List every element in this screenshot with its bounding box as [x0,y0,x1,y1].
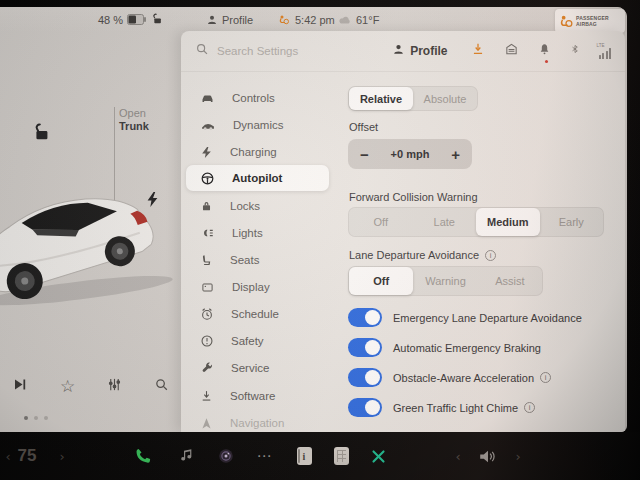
volume-up-button[interactable]: › [512,432,524,480]
car-render [0,159,187,313]
forward-collision-warning-label: Forward Collision Warning [349,191,478,203]
speed-limit-mode-segment: Relative Absolute [348,86,478,111]
option-medium[interactable]: Medium [476,208,540,236]
battery-status: 48 % [98,7,146,32]
offset-label: Offset [349,121,378,133]
car-controls-icon [200,91,215,106]
homelink-button[interactable] [504,42,519,60]
notifications-button[interactable] [538,42,551,60]
sidebar-item-seats[interactable]: Seats [186,247,329,273]
battery-percent: 48 % [98,14,123,26]
person-icon [206,14,218,26]
automatic-emergency-braking-toggle[interactable] [348,338,382,357]
screen: 48 % Profile [0,7,627,432]
outside-temp-label: 61°F [356,14,379,26]
tesla-touchscreen: 48 % Profile [0,0,640,480]
battery-icon [127,14,146,25]
lock-status[interactable] [150,7,163,32]
option-early[interactable]: Early [540,208,604,236]
info-icon[interactable]: i [485,250,496,261]
charge-port-icon[interactable] [146,191,159,212]
steering-wheel-icon [200,171,215,186]
temp-up-button[interactable]: › [56,432,68,480]
sidebar-item-display[interactable]: Display [186,274,329,300]
media-page-dots[interactable] [24,416,48,420]
sidebar-item-dynamics[interactable]: Dynamics [186,112,329,138]
cellular-signal-icon[interactable]: LTE [599,43,612,59]
passenger-airbag-icon [559,14,573,29]
sidebar-item-autopilot[interactable]: Autopilot [186,165,329,191]
option-off[interactable]: Off [349,208,413,236]
music-app-icon[interactable] [176,432,196,480]
sidebar-item-lights[interactable]: Lights [186,220,329,246]
equalizer-button[interactable] [107,377,122,396]
sidebar-item-navigation[interactable]: Navigation [186,410,329,432]
offset-plus-button[interactable]: + [451,147,460,162]
notification-dot [545,60,549,64]
car-unlocked-icon[interactable] [30,121,52,147]
offset-value: +0 mph [391,148,430,160]
temp-down-button[interactable]: ‹ [2,432,14,480]
dashcam-app-icon[interactable] [216,432,236,480]
car-visualization-panel: Open Trunk [0,31,181,432]
volume-icon[interactable] [474,432,502,480]
notes-app-icon[interactable]: i [294,432,314,480]
offset-minus-button[interactable]: − [360,147,369,162]
option-warning[interactable]: Warning [413,267,477,295]
person-icon [392,43,405,59]
spreadsheet-app-icon[interactable] [331,432,351,480]
emergency-lane-departure-toggle[interactable] [348,308,382,327]
option-absolute[interactable]: Absolute [413,87,477,110]
open-trunk-button[interactable]: Open Trunk [119,107,149,133]
search-icon [195,42,209,60]
safety-alert-icon [200,334,214,348]
media-controls: ☆ [0,368,181,404]
car-dynamics-icon [200,118,216,133]
next-track-button[interactable] [12,377,28,396]
option-off[interactable]: Off [349,267,413,295]
option-relative[interactable]: Relative [349,87,413,110]
sidebar-item-software[interactable]: Software [186,383,329,409]
sidebar-item-charging[interactable]: Charging [186,139,329,165]
favorite-star-button[interactable]: ☆ [60,378,75,395]
sidebar-item-service[interactable]: Service [186,355,329,381]
sidebar-item-safety[interactable]: Safety [186,328,329,354]
passenger-airbag-text: PASSENGERAIRBAG [576,15,609,27]
search-settings-input[interactable]: Search Settings [195,42,298,60]
status-bar: 48 % Profile [0,7,627,32]
option-late[interactable]: Late [413,208,477,236]
more-apps-button[interactable]: ⋯ [253,432,275,480]
obstacle-aware-acceleration-toggle[interactable] [348,368,382,387]
green-traffic-light-chime-toggle[interactable] [348,398,382,417]
status-profile[interactable]: Profile [206,7,253,32]
navigation-arrow-icon [200,417,213,430]
airbag-warning-icon [278,14,290,26]
sidebar-item-schedule[interactable]: Schedule [186,301,329,327]
toggle-row: Emergency Lane Departure Avoidance [348,308,582,327]
toggle-row: Green Traffic Light Chime i [348,398,535,417]
phone-app-icon[interactable] [132,432,154,480]
wrench-icon [200,361,214,375]
cloud-icon [338,14,352,25]
status-profile-label: Profile [222,14,253,26]
download-icon [200,389,213,403]
option-assist[interactable]: Assist [478,267,542,295]
profile-menu-button[interactable]: Profile [392,43,447,59]
media-search-button[interactable] [154,377,169,396]
bottom-launcher-bar: ‹ 75 › ⋯ i ‹ › [0,432,640,480]
software-update-button[interactable] [471,42,485,60]
x-app-icon[interactable] [368,432,388,480]
forward-collision-warning-segment: Off Late Medium Early [348,207,604,237]
lane-departure-avoidance-segment: Off Warning Assist [348,266,543,296]
bluetooth-button[interactable] [570,42,580,60]
cabin-temperature[interactable]: 75 [14,432,40,480]
clock: 5:42 pm [295,7,335,32]
airbag-warning [278,7,290,32]
info-icon[interactable]: i [540,372,551,383]
info-icon[interactable]: i [524,402,535,413]
sidebar-item-controls[interactable]: Controls [186,85,329,111]
display-icon [200,281,215,294]
sidebar-item-locks[interactable]: Locks [186,193,329,219]
settings-header: Search Settings Profile [181,31,625,72]
volume-down-button[interactable]: ‹ [452,432,464,480]
